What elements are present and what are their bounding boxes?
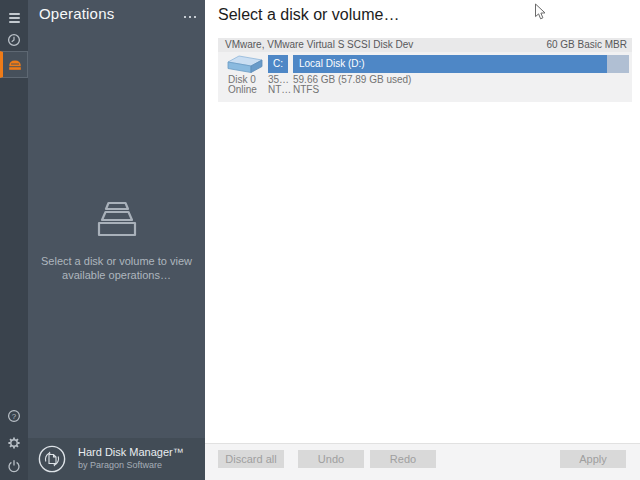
svg-text:?: ?	[12, 412, 17, 421]
volume-d-free-space	[607, 55, 629, 73]
operations-tab-active[interactable]	[0, 51, 28, 78]
redo-button[interactable]: Redo	[370, 450, 436, 468]
disk-3d-icon[interactable]	[226, 53, 264, 74]
icon-rail: ?	[0, 0, 28, 480]
action-bar: Discard all Undo Redo Apply	[205, 443, 640, 480]
overflow-menu-button[interactable]	[183, 13, 197, 21]
paragon-logo-icon	[37, 444, 67, 474]
product-name: Hard Disk Manager™	[78, 446, 184, 458]
hard-disk-manager-window: ? Operations	[0, 0, 640, 480]
disk-status: Online	[228, 85, 257, 95]
sidebar-footer: Hard Disk Manager™ by Paragon Software	[28, 438, 205, 480]
operations-sidebar: Operations Select a disk or volume to vi…	[28, 0, 205, 480]
disk-drive-icon	[7, 58, 23, 71]
stacked-disks-icon	[91, 192, 143, 238]
disk-panel: VMware, VMware Virtual S SCSI Disk Dev 6…	[218, 38, 632, 102]
discard-all-button[interactable]: Discard all	[218, 450, 284, 468]
disk-title: VMware, VMware Virtual S SCSI Disk Dev	[225, 38, 413, 52]
power-button[interactable]	[0, 453, 28, 479]
disk-summary: 60 GB Basic MBR	[546, 38, 627, 52]
disk-panel-header[interactable]: VMware, VMware Virtual S SCSI Disk Dev 6…	[218, 38, 632, 52]
undo-button[interactable]: Undo	[298, 450, 364, 468]
volume-c-label: C:	[273, 58, 283, 69]
volume-d-label: Local Disk (D:)	[299, 58, 365, 69]
history-button[interactable]	[0, 27, 28, 53]
empty-state: Select a disk or volume to view availabl…	[28, 192, 205, 282]
main-content: Select a disk or volume… VMware, VMware …	[205, 0, 640, 480]
apply-button[interactable]: Apply	[560, 450, 626, 468]
vendor-name: by Paragon Software	[78, 460, 162, 470]
volume-bar-c[interactable]: C:	[268, 55, 288, 73]
power-icon	[7, 459, 21, 473]
clock-history-icon	[7, 33, 21, 47]
page-title: Select a disk or volume…	[218, 6, 399, 24]
hamburger-icon	[9, 11, 20, 25]
sidebar-title: Operations	[39, 5, 114, 22]
help-icon: ?	[7, 409, 21, 423]
volume-c-fs: NT…	[268, 85, 291, 95]
help-button[interactable]: ?	[0, 403, 28, 429]
more-dots-icon	[184, 16, 186, 18]
empty-state-text: Select a disk or volume to view availabl…	[28, 254, 205, 282]
gear-icon	[7, 436, 21, 450]
volume-d-fs: NTFS	[293, 85, 319, 95]
volume-bar-d[interactable]: Local Disk (D:)	[293, 55, 629, 73]
